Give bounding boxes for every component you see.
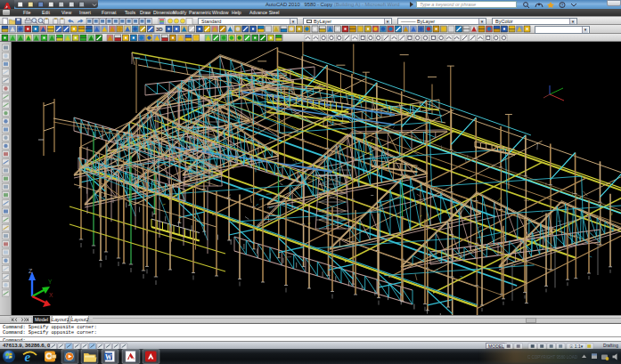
svg-text:C COPYRIGHT 9580 LOAD: C COPYRIGHT 9580 LOAD — [527, 355, 578, 360]
svg-text:X: X — [49, 292, 53, 298]
svg-text:?: ? — [561, 3, 564, 8]
svg-text:Z: Z — [29, 268, 33, 274]
svg-text:3D: 3D — [156, 27, 163, 32]
svg-text:☉ 1:1▾: ☉ 1:1▾ — [569, 344, 584, 349]
svg-text:W: W — [105, 353, 112, 361]
svg-text:Y: Y — [48, 279, 53, 285]
